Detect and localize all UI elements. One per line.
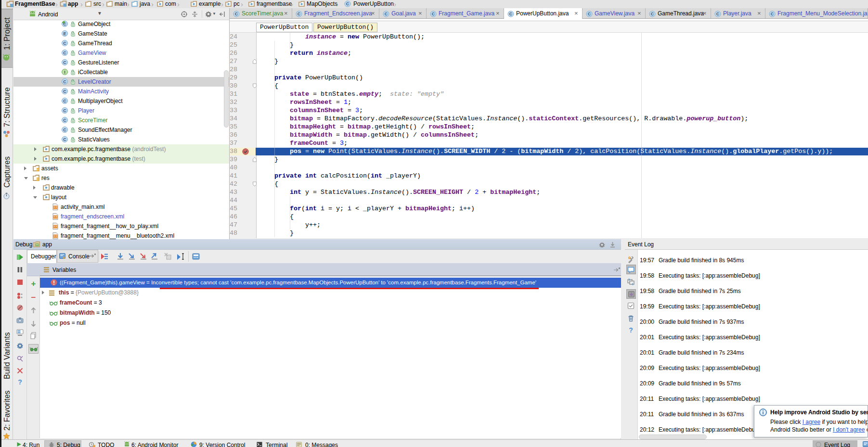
svg-text:C: C [63, 108, 66, 113]
svg-text:‹›: ‹› [53, 206, 57, 209]
svg-text:C: C [509, 12, 513, 16]
svg-text:C: C [63, 118, 66, 123]
svg-text:C: C [588, 12, 591, 16]
svg-text:C: C [63, 41, 66, 46]
svg-text:C: C [63, 60, 66, 65]
svg-text:C: C [385, 12, 388, 16]
svg-text:C: C [63, 137, 66, 142]
svg-text:C: C [63, 99, 66, 103]
svg-text:‹›: ‹› [53, 225, 57, 229]
svg-text:C: C [771, 12, 774, 16]
svg-text:C: C [716, 12, 720, 16]
svg-text:C: C [298, 12, 301, 16]
svg-text:‹›: ‹› [53, 216, 57, 219]
svg-text:C: C [432, 12, 435, 16]
svg-text:C: C [63, 89, 66, 94]
svg-text:E: E [63, 31, 66, 36]
svg-text:‹›: ‹› [53, 235, 57, 238]
svg-text:C: C [63, 79, 66, 84]
svg-text:C: C [651, 12, 654, 16]
svg-text:C: C [63, 128, 66, 132]
svg-text:I: I [64, 70, 65, 75]
svg-text:C: C [235, 12, 238, 16]
svg-text:C: C [63, 51, 66, 55]
svg-text:C: C [63, 22, 66, 26]
svg-text:C: C [346, 1, 350, 6]
